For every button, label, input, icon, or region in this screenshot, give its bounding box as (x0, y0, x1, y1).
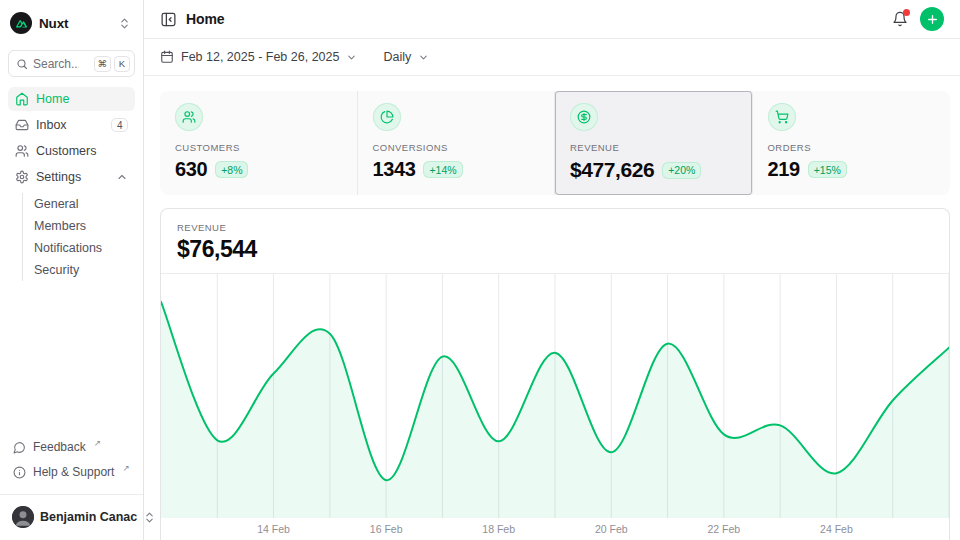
sidebar-item-customers[interactable]: Customers (8, 139, 135, 163)
sidebar-footer: Feedback ↗ Help & Support ↗ Benjamin Can… (8, 437, 135, 532)
stat-value: 219 (768, 158, 800, 181)
settings-subnav: General Members Notifications Security (22, 193, 135, 281)
plus-icon (926, 13, 939, 26)
workspace-switcher[interactable]: Nuxt (8, 8, 135, 38)
notifications-button[interactable] (892, 11, 908, 27)
sidebar: Nuxt ⌘ K Home (0, 0, 144, 540)
chart-header: REVENUE $76,544 (161, 209, 949, 273)
user-name: Benjamin Canac (40, 510, 137, 524)
chat-bubble-icon (13, 441, 26, 454)
stat-label: CUSTOMERS (175, 142, 342, 153)
sidebar-item-home[interactable]: Home (8, 87, 135, 111)
sidebar-item-members[interactable]: Members (34, 215, 135, 237)
sidebar-nav: Home Inbox 4 Customers Settings (8, 87, 135, 283)
app-root: Nuxt ⌘ K Home (0, 0, 960, 540)
stat-value: 630 (175, 158, 207, 181)
stat-value: $477,626 (570, 158, 654, 182)
search-icon (16, 58, 28, 70)
help-support-link[interactable]: Help & Support ↗ (8, 462, 135, 485)
stat-label: ORDERS (768, 142, 936, 153)
stat-delta-badge: +15% (808, 161, 847, 178)
sidebar-item-label: Home (36, 92, 69, 106)
search-input[interactable] (33, 57, 79, 71)
chevrons-up-down-icon (118, 17, 131, 30)
chevron-down-icon (418, 52, 429, 63)
panel-left-close-icon (160, 11, 177, 28)
date-range-picker[interactable]: Feb 12, 2025 - Feb 26, 2025 (160, 50, 357, 64)
sidebar-item-general[interactable]: General (34, 193, 135, 215)
avatar (12, 506, 34, 528)
calendar-icon (160, 50, 174, 64)
sidebar-item-notifications[interactable]: Notifications (34, 237, 135, 259)
x-axis-label: 14 Feb (257, 523, 290, 535)
stat-delta-badge: +14% (423, 161, 462, 178)
main-header: Home (144, 0, 960, 39)
stat-card-revenue[interactable]: REVENUE $477,626 +20% (555, 91, 753, 195)
stats-row: CUSTOMERS 630 +8% CONVERSIONS 1343 +14% (160, 91, 950, 195)
kbd-meta: ⌘ (94, 56, 112, 72)
user-menu[interactable]: Benjamin Canac (8, 502, 135, 532)
chevron-up-icon (116, 171, 128, 183)
chart-svg (161, 274, 949, 518)
x-axis-label: 20 Feb (595, 523, 628, 535)
sidebar-collapse-button[interactable] (160, 11, 177, 28)
search-box[interactable]: ⌘ K (8, 50, 135, 77)
external-link-icon: ↗ (94, 439, 101, 448)
sidebar-item-settings[interactable]: Settings (8, 165, 135, 189)
home-icon (15, 92, 29, 106)
chart-metric-label: REVENUE (177, 222, 933, 233)
page-title: Home (186, 11, 224, 27)
filters-toolbar: Feb 12, 2025 - Feb 26, 2025 Daily (144, 39, 960, 76)
cart-icon (768, 103, 796, 131)
granularity-value: Daily (383, 50, 411, 64)
date-range-value: Feb 12, 2025 - Feb 26, 2025 (181, 50, 339, 64)
feedback-label: Feedback (33, 440, 86, 454)
revenue-chart[interactable] (161, 273, 949, 518)
x-axis-label: 24 Feb (820, 523, 853, 535)
info-circle-icon (13, 466, 26, 479)
chevron-down-icon (346, 52, 357, 63)
sidebar-item-label: Customers (36, 144, 96, 158)
chart-metric-value: $76,544 (177, 236, 933, 263)
stat-label: CONVERSIONS (373, 142, 540, 153)
dollar-circle-icon (570, 103, 598, 131)
users-icon (15, 144, 29, 158)
revenue-chart-card: REVENUE $76,544 14 Feb16 Feb18 Feb20 Feb… (160, 208, 950, 540)
users-icon (175, 103, 203, 131)
add-button[interactable] (920, 7, 944, 31)
main-area: Home Feb 12, 2025 - Feb 26, 2025 (144, 0, 960, 540)
help-support-label: Help & Support (33, 465, 114, 479)
sidebar-item-label: Settings (36, 170, 81, 184)
stat-card-customers[interactable]: CUSTOMERS 630 +8% (160, 91, 358, 195)
x-axis-label: 22 Feb (707, 523, 740, 535)
dashboard-content: CUSTOMERS 630 +8% CONVERSIONS 1343 +14% (144, 76, 960, 540)
external-link-icon: ↗ (122, 464, 129, 473)
search-shortcut: ⌘ K (94, 56, 131, 72)
sidebar-item-label: Inbox (36, 118, 67, 132)
notification-dot (903, 9, 910, 16)
stat-delta-badge: +8% (215, 161, 248, 178)
feedback-link[interactable]: Feedback ↗ (8, 437, 135, 460)
pie-chart-icon (373, 103, 401, 131)
sidebar-item-inbox[interactable]: Inbox 4 (8, 113, 135, 137)
x-axis-label: 18 Feb (482, 523, 515, 535)
stat-label: REVENUE (570, 142, 737, 153)
nuxt-logo-icon (10, 12, 32, 34)
gear-icon (15, 170, 29, 184)
sidebar-item-security[interactable]: Security (34, 259, 135, 281)
brand-name: Nuxt (39, 16, 68, 31)
granularity-select[interactable]: Daily (383, 50, 429, 64)
x-axis: 14 Feb16 Feb18 Feb20 Feb22 Feb24 Feb (161, 518, 949, 540)
stat-card-conversions[interactable]: CONVERSIONS 1343 +14% (358, 91, 556, 195)
stat-delta-badge: +20% (662, 162, 701, 179)
x-axis-label: 16 Feb (370, 523, 403, 535)
inbox-icon (15, 118, 29, 132)
stat-card-orders[interactable]: ORDERS 219 +15% (753, 91, 951, 195)
kbd-k: K (114, 56, 130, 72)
stat-value: 1343 (373, 158, 416, 181)
inbox-count-badge: 4 (111, 118, 128, 132)
divider (0, 494, 143, 495)
